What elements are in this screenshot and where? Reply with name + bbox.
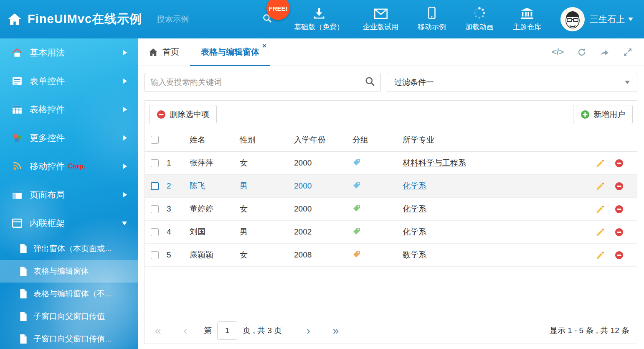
cell-gender: 女: [239, 204, 293, 214]
row-index: 3: [166, 204, 189, 214]
edit-icon[interactable]: [596, 159, 605, 168]
cell-year: 2002: [293, 227, 352, 237]
source-code-icon[interactable]: </>: [552, 47, 564, 57]
user-menu[interactable]: 三生石上: [560, 7, 633, 31]
edit-icon[interactable]: [596, 251, 605, 260]
tag-icon[interactable]: [352, 204, 361, 212]
last-page-button[interactable]: »: [330, 325, 341, 336]
delete-row-icon[interactable]: [615, 228, 624, 237]
major-link[interactable]: 化学系: [403, 181, 426, 190]
table-row[interactable]: 4 刘国 男 2002 化学系: [145, 221, 637, 244]
tag-icon[interactable]: [352, 181, 361, 189]
corp-badge: Corp.: [68, 163, 86, 170]
sidebar-item-basic-usage[interactable]: 基本用法: [0, 38, 138, 67]
sidebar-item-mobile-controls[interactable]: 移动控件 Corp.: [0, 152, 138, 181]
tag-icon[interactable]: [352, 227, 361, 235]
sidebar-subitem-grid-edit-window[interactable]: 表格与编辑窗体: [0, 260, 138, 283]
table-row[interactable]: 5 康颖颖 女 2008 数学系: [145, 244, 637, 267]
share-icon[interactable]: [600, 48, 610, 57]
filter-dropdown[interactable]: 过滤条件一: [387, 73, 637, 92]
delete-row-icon[interactable]: [615, 159, 624, 168]
add-user-button[interactable]: 新增用户: [573, 105, 633, 124]
user-name: 三生石上: [590, 13, 625, 25]
delete-row-icon[interactable]: [615, 205, 624, 214]
column-header-year[interactable]: 入学年份: [293, 135, 352, 145]
sidebar-item-grid-controls[interactable]: 表格控件: [0, 95, 138, 124]
sidebar-item-more-controls[interactable]: 更多控件: [0, 124, 138, 152]
tab-home[interactable]: 首页: [138, 38, 190, 66]
refresh-icon[interactable]: [577, 48, 586, 57]
sidebar-item-page-layout[interactable]: 页面布局: [0, 181, 138, 209]
column-header-group[interactable]: 分组: [352, 135, 402, 145]
nav-enterprise-trial[interactable]: 企业版试用: [363, 7, 398, 32]
edit-icon[interactable]: [596, 182, 605, 191]
search-icon[interactable]: [365, 76, 375, 88]
logo[interactable]: FineUIMvc在线示例: [0, 11, 142, 28]
major-link[interactable]: 数学系: [403, 250, 426, 259]
delete-row-icon[interactable]: [615, 251, 624, 260]
sidebar-item-iframe[interactable]: 内联框架: [0, 209, 138, 237]
signal-icon: [12, 161, 23, 172]
column-header-gender[interactable]: 性别: [239, 135, 293, 145]
filter-row: 过滤条件一: [145, 73, 637, 92]
delete-selected-button[interactable]: 删除选中项: [149, 105, 217, 124]
nav-basic-version[interactable]: 基础版（免费）: [294, 7, 344, 32]
cell-gender: 男: [239, 227, 293, 237]
major-link[interactable]: 材料科学与工程系: [403, 158, 466, 167]
table-row[interactable]: 2 陈飞 男 2000 化学系: [145, 175, 637, 198]
sidebar-subitem-popup-window[interactable]: 弹出窗体（本页面或...: [0, 237, 138, 260]
sidebar-item-label: 页面布局: [30, 189, 65, 201]
edit-icon[interactable]: [596, 228, 605, 237]
nav-mobile-demo[interactable]: 移动示例: [418, 7, 446, 32]
chevron-right-icon: [123, 164, 127, 169]
tab-grid-edit-window[interactable]: 表格与编辑窗体 ×: [190, 38, 270, 66]
cell-name: 董婷婷: [189, 204, 239, 214]
download-icon: [313, 7, 325, 19]
column-header-name[interactable]: 姓名: [189, 135, 239, 145]
keyword-search-input[interactable]: [150, 78, 362, 87]
prev-page-button[interactable]: ‹: [181, 325, 190, 336]
cell-year: 2008: [293, 250, 352, 260]
column-header-major[interactable]: 所学专业: [402, 135, 587, 145]
row-checkbox[interactable]: [151, 159, 159, 167]
app-title: FineUIMvc在线示例: [28, 11, 142, 28]
grid-panel: 删除选中项 新增用户 姓名 性别 入学年份 分组 所学专业 1: [145, 100, 637, 344]
row-checkbox[interactable]: [151, 182, 159, 190]
tab-label: 表格与编辑窗体: [201, 46, 259, 58]
table-row[interactable]: 1 张萍萍 女 2000 材料科学与工程系: [145, 152, 637, 175]
file-icon: [19, 311, 28, 321]
table-icon: [12, 104, 23, 115]
row-checkbox[interactable]: [151, 205, 159, 213]
close-icon[interactable]: ×: [262, 42, 266, 49]
sidebar-subitem-child-to-parent[interactable]: 子窗口向父窗口传值: [0, 305, 138, 328]
tab-bar: 首页 表格与编辑窗体 × </>: [138, 38, 644, 66]
nav-loading-animation[interactable]: 加载动画: [465, 7, 494, 32]
select-all-checkbox[interactable]: [151, 136, 159, 144]
nav-theme-store[interactable]: 主题仓库: [513, 7, 541, 32]
row-checkbox[interactable]: [151, 228, 159, 236]
first-page-button[interactable]: «: [152, 325, 163, 336]
page-number-input[interactable]: [217, 321, 237, 340]
chevron-down-icon: [628, 18, 633, 21]
sidebar-subitem-child-to-parent-2[interactable]: 子窗口向父窗口传值...: [0, 328, 138, 349]
major-link[interactable]: 化学系: [403, 227, 426, 236]
sidebar-item-form-controls[interactable]: 表单控件: [0, 67, 138, 95]
delete-row-icon[interactable]: [615, 182, 624, 191]
cell-gender: 女: [239, 158, 293, 168]
row-checkbox[interactable]: [151, 251, 159, 259]
sidebar-subitem-grid-edit-window-2[interactable]: 表格与编辑窗体（不...: [0, 283, 138, 305]
home-logo-icon: [8, 13, 22, 25]
active-tab-underline: [190, 65, 270, 66]
chevron-down-icon: [625, 81, 630, 84]
major-link[interactable]: 化学系: [403, 204, 426, 213]
cell-year: 2000: [293, 181, 352, 191]
edit-icon[interactable]: [596, 205, 605, 214]
tag-icon[interactable]: [352, 250, 361, 258]
sidebar-subitem-label: 子窗口向父窗口传值...: [33, 334, 112, 344]
next-page-button[interactable]: ›: [304, 325, 313, 336]
table-row[interactable]: 3 董婷婷 女 2000 化学系: [145, 198, 637, 221]
expand-icon[interactable]: [623, 48, 632, 57]
header-search-input[interactable]: [157, 15, 259, 24]
plus-circle-icon: [581, 110, 590, 119]
tag-icon[interactable]: [352, 158, 361, 166]
